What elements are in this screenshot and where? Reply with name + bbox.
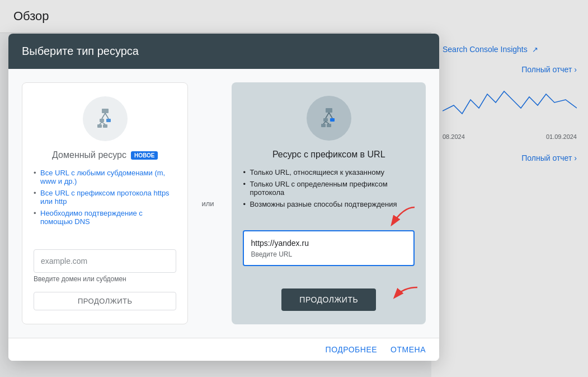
svg-rect-9 <box>326 108 332 113</box>
url-feature-2: Только URL с определенным префиксом прот… <box>243 178 415 198</box>
svg-rect-0 <box>102 109 109 113</box>
svg-rect-6 <box>103 124 107 128</box>
svg-rect-11 <box>330 118 335 122</box>
or-divider: или <box>201 199 214 208</box>
svg-line-12 <box>326 113 329 118</box>
svg-rect-10 <box>323 118 328 122</box>
url-input-sublabel: Введите URL <box>251 250 407 258</box>
domain-card-title: Доменный ресурс НОВОЕ <box>52 150 158 160</box>
modal-body: Доменный ресурс НОВОЕ Все URL с любыми с… <box>8 69 439 338</box>
arrow-to-button <box>370 283 420 305</box>
svg-line-8 <box>102 122 105 124</box>
modal-footer: ПОДРОБНЕЕ ОТМЕНА <box>8 338 439 361</box>
url-input[interactable] <box>251 239 407 248</box>
new-badge: НОВОЕ <box>131 151 158 160</box>
domain-feature-2: Все URL с префиксом протокола https или … <box>34 187 176 207</box>
domain-features-list: Все URL с любыми субдоменами (m, www и д… <box>34 167 176 227</box>
svg-rect-2 <box>106 119 111 122</box>
svg-rect-15 <box>327 124 331 127</box>
details-link[interactable]: ПОДРОБНЕЕ <box>326 345 378 354</box>
url-icon-wrapper <box>307 96 351 141</box>
url-feature-1: Только URL, относящиеся к указанному <box>243 166 415 178</box>
domain-input-group: Введите домен или субдомен <box>34 249 176 283</box>
resource-type-modal: Выберите тип ресурса <box>8 34 439 361</box>
url-network-icon <box>316 105 342 132</box>
url-continue-button[interactable]: ПРОДОЛЖИТЬ <box>281 288 376 311</box>
svg-line-16 <box>323 122 326 124</box>
modal-body-wrapper: Доменный ресурс НОВОЕ Все URL с любыми с… <box>8 69 439 338</box>
svg-line-17 <box>326 122 329 124</box>
svg-line-4 <box>105 113 109 119</box>
url-features-list: Только URL, относящиеся к указанному Тол… <box>243 166 415 210</box>
url-card-title: Ресурс с префиксом в URL <box>272 150 385 160</box>
modal-title: Выберите тип ресурса <box>22 45 139 57</box>
cancel-link[interactable]: ОТМЕНА <box>391 345 426 354</box>
domain-resource-card: Доменный ресурс НОВОЕ Все URL с любыми с… <box>22 82 188 324</box>
domain-icon-wrapper <box>83 96 128 141</box>
svg-line-7 <box>100 122 102 124</box>
url-prefix-card: Ресурс с префиксом в URL Только URL, отн… <box>232 82 426 324</box>
domain-input[interactable] <box>34 249 176 273</box>
domain-continue-button[interactable]: ПРОДОЛЖИТЬ <box>34 292 176 310</box>
url-feature-3: Возможны разные способы подтверждения <box>243 198 415 210</box>
svg-rect-14 <box>321 124 326 127</box>
domain-network-icon <box>92 105 119 132</box>
domain-feature-3: Необходимо подтверждение с помощью DNS <box>34 207 176 227</box>
domain-title-text: Доменный ресурс <box>52 150 126 160</box>
domain-input-sublabel: Введите домен или субдомен <box>34 275 176 283</box>
svg-rect-1 <box>100 119 104 122</box>
url-input-wrapper: Введите URL <box>243 230 415 266</box>
svg-line-13 <box>329 113 332 118</box>
url-title-text: Ресурс с префиксом в URL <box>272 150 385 160</box>
modal-header: Выберите тип ресурса <box>8 34 439 69</box>
domain-feature-1: Все URL с любыми субдоменами (m, www и д… <box>34 167 176 187</box>
svg-line-3 <box>102 113 105 119</box>
svg-rect-5 <box>97 124 102 128</box>
